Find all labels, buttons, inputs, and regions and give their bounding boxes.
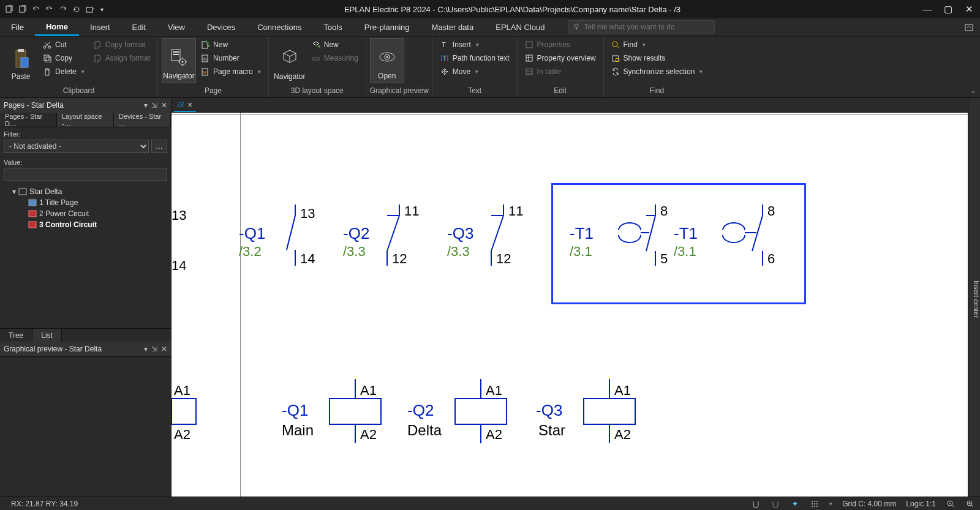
show-results-button[interactable]: Show results: [608, 51, 707, 65]
copy-button[interactable]: Copy: [39, 51, 88, 65]
ribbon-collapse-btn[interactable]: [964, 23, 974, 32]
tree-item-active[interactable]: 3 Control Circuit: [4, 219, 167, 230]
pages-bottom-tabs: Tree List: [0, 328, 171, 342]
page-navigator-button[interactable]: Navigator: [162, 38, 196, 83]
tab-insert[interactable]: Insert: [79, 18, 121, 36]
find-button[interactable]: Find▾: [608, 38, 707, 51]
paste-button[interactable]: Paste: [4, 38, 38, 83]
device-tag: -Q3: [447, 224, 473, 243]
panel-close-btn[interactable]: ✕: [161, 101, 167, 110]
undo-dd-btn[interactable]: [45, 5, 54, 13]
snap-icon[interactable]: [751, 499, 761, 509]
property-overview-button[interactable]: Property overview: [521, 51, 600, 65]
tab-eplancloud[interactable]: EPLAN Cloud: [484, 18, 556, 36]
schematic-canvas[interactable]: 13 14 13 14 -Q1 /3.2: [172, 113, 968, 497]
navtab-layout[interactable]: Layout space -…: [57, 113, 114, 127]
copy-format-button: Copy format: [89, 38, 154, 51]
panel-menu-btn[interactable]: ▾: [144, 101, 148, 110]
tree-item[interactable]: 2 Power Circuit: [4, 208, 167, 219]
filter-select[interactable]: - Not activated -: [4, 140, 149, 153]
window-title: EPLAN Electric P8 2024 - C:\Users\Public…: [104, 5, 921, 14]
tree-item[interactable]: 1 Title Page: [4, 197, 167, 208]
tab-file[interactable]: File: [0, 18, 35, 36]
pin-label: 12: [496, 251, 511, 267]
tab-view[interactable]: View: [157, 18, 196, 36]
pin-label: 12: [392, 251, 407, 267]
panel-pin-btn[interactable]: ⇲: [151, 345, 157, 353]
pin-label: 14: [300, 251, 315, 267]
pin-label: 14: [172, 258, 186, 273]
pages-tree[interactable]: ▾ Star Delta 1 Title Page 2 Power Circui…: [0, 184, 171, 328]
filter-more-btn[interactable]: …: [151, 140, 167, 153]
panel-pin-btn[interactable]: ⇲: [151, 101, 157, 110]
qat-btn[interactable]: [5, 5, 13, 13]
value-input[interactable]: [4, 168, 167, 181]
preview-panel-header: Graphical preview - Star Delta ▾ ⇲ ✕: [0, 342, 171, 356]
maximize-btn[interactable]: ▢: [942, 4, 954, 15]
qat-btn[interactable]: [86, 5, 96, 13]
pin-label: A2: [360, 427, 377, 443]
page-macro-button[interactable]: MPage macro▾: [197, 65, 265, 78]
ribbon-group-text: TInsert▾ TPath function text Move▾ Text: [433, 37, 518, 97]
svg-line-42: [387, 216, 399, 251]
navtab-pages[interactable]: Pages - Star D…: [0, 113, 57, 127]
qat-btn[interactable]: [18, 5, 27, 13]
grid-icon[interactable]: [810, 499, 820, 509]
pin-label: 8: [767, 203, 775, 219]
tab-edit[interactable]: Edit: [121, 18, 157, 36]
filter-label: Filter:: [4, 130, 21, 138]
page-number-button[interactable]: NNumber: [197, 51, 265, 65]
title-bar: ▾ EPLAN Electric P8 2024 - C:\Users\Publ…: [0, 0, 980, 18]
doc-tab[interactable]: /3 ×: [174, 99, 196, 112]
insert-center-strip[interactable]: Insert center: [968, 98, 980, 497]
redo-btn[interactable]: [59, 5, 67, 13]
bottab-list[interactable]: List: [32, 329, 62, 342]
svg-rect-6: [18, 49, 24, 52]
refresh-btn[interactable]: [72, 5, 81, 13]
tab-devices[interactable]: Devices: [196, 18, 246, 36]
pin-label: 11: [508, 203, 523, 219]
tab-preplanning[interactable]: Pre-planning: [353, 18, 421, 36]
tree-root[interactable]: ▾ Star Delta: [4, 186, 167, 197]
ribbon-expand-btn[interactable]: ⌄: [970, 86, 976, 95]
panel-close-btn[interactable]: ✕: [161, 345, 167, 353]
tab-connections[interactable]: Connections: [246, 18, 312, 36]
snap-icon-2[interactable]: [771, 499, 780, 509]
page-new-button[interactable]: New: [197, 38, 265, 51]
sync-selection-button[interactable]: Synchronize selection▾: [608, 65, 707, 78]
svg-point-76: [816, 506, 818, 507]
tell-me-search[interactable]: [568, 20, 715, 34]
properties-button: Properties: [521, 38, 600, 51]
zoom-out-icon[interactable]: [946, 499, 956, 509]
preview-open-button[interactable]: Open: [370, 38, 404, 83]
grid-dd[interactable]: ▾: [829, 501, 832, 507]
minimize-btn[interactable]: —: [921, 4, 933, 15]
svg-rect-10: [44, 55, 49, 61]
ribbon-group-edit: Properties Property overview In table Ed…: [518, 37, 604, 97]
layout-navigator-button[interactable]: Navigator: [273, 38, 307, 83]
tab-home[interactable]: Home: [35, 18, 79, 36]
layout-new-button[interactable]: New: [308, 38, 362, 51]
text-move-button[interactable]: Move▾: [437, 65, 513, 78]
zoom-in-icon[interactable]: [965, 499, 975, 509]
close-btn[interactable]: ✕: [963, 4, 975, 15]
navtab-devices[interactable]: Devices - Star …: [114, 113, 171, 127]
svg-point-25: [386, 56, 388, 58]
svg-rect-14: [173, 54, 179, 55]
cut-button[interactable]: Cut: [39, 38, 88, 51]
text-insert-button[interactable]: TInsert▾: [437, 38, 513, 51]
window-controls: — ▢ ✕: [921, 4, 975, 15]
panel-menu-btn[interactable]: ▾: [144, 345, 148, 353]
svg-point-73: [816, 503, 818, 504]
doc-tab-close[interactable]: ×: [187, 100, 192, 110]
crosshair-icon[interactable]: ✦: [790, 499, 800, 509]
tab-masterdata[interactable]: Master data: [421, 18, 485, 36]
svg-rect-1: [20, 6, 24, 12]
bulb-icon: [573, 23, 580, 31]
tell-me-input[interactable]: [584, 23, 710, 31]
tab-tools[interactable]: Tools: [312, 18, 353, 36]
path-function-text-button[interactable]: TPath function text: [437, 51, 513, 65]
undo-btn[interactable]: [32, 5, 40, 13]
delete-button[interactable]: Delete▾: [39, 65, 88, 78]
bottab-tree[interactable]: Tree: [0, 329, 32, 342]
